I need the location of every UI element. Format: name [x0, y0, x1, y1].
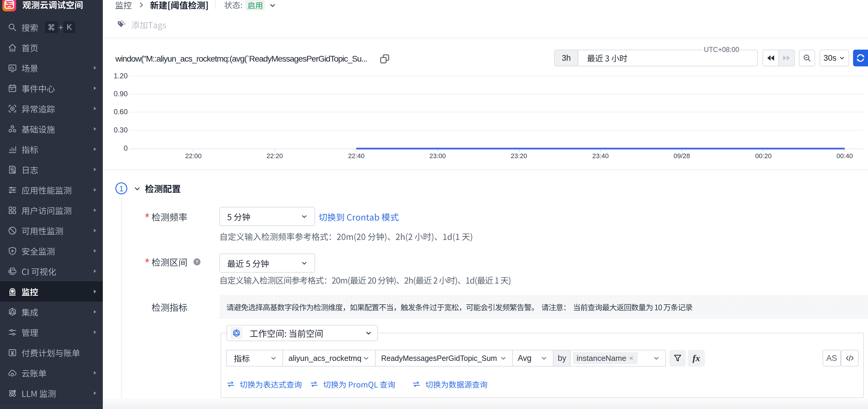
svg-text:?: ? — [195, 259, 198, 264]
